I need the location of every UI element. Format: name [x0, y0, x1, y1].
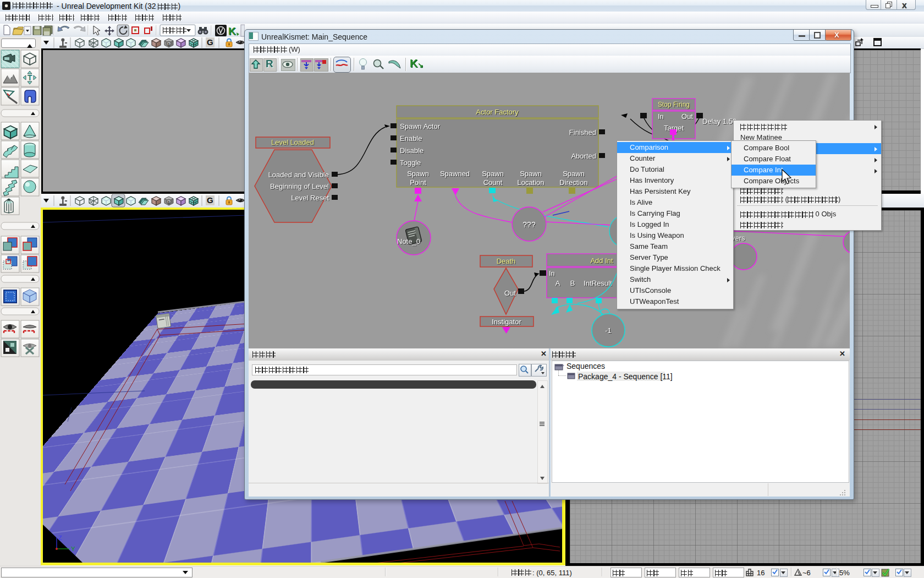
- svg-text:Level Reset: Level Reset: [291, 194, 329, 202]
- svg-text:Direction: Direction: [559, 178, 587, 187]
- svg-text:Z: Z: [58, 535, 62, 541]
- svg-text:Add Int: Add Int: [590, 257, 613, 265]
- svg-text:Spawn: Spawn: [482, 170, 504, 178]
- svg-text:Count: Count: [483, 178, 503, 187]
- svg-text:Out: Out: [681, 112, 693, 121]
- svg-text:T: T: [28, 73, 32, 82]
- svg-text:Disable: Disable: [400, 146, 424, 155]
- svg-text:Spawn Actor: Spawn Actor: [400, 122, 441, 130]
- svg-text:Finished: Finished: [569, 128, 596, 137]
- svg-text:IntResult: IntResult: [584, 279, 612, 287]
- svg-text:Spawned: Spawned: [440, 170, 470, 178]
- svg-text:A: A: [556, 279, 560, 287]
- svg-text:Spawn: Spawn: [520, 170, 542, 178]
- svg-text:B: B: [570, 279, 575, 287]
- svg-text:Y: Y: [71, 546, 75, 552]
- svg-text:-1: -1: [605, 326, 612, 335]
- svg-text:In: In: [549, 269, 555, 277]
- svg-text:In: In: [658, 112, 664, 121]
- svg-text:Stop Firing: Stop Firing: [658, 101, 690, 108]
- svg-text:Location: Location: [517, 178, 544, 187]
- svg-text:Loaded and Visible: Loaded and Visible: [268, 171, 329, 179]
- svg-text:K: K: [228, 25, 236, 37]
- svg-text:Actor Factory: Actor Factory: [476, 108, 519, 116]
- svg-text:Delay 1.50: Delay 1.50: [702, 117, 736, 126]
- svg-text:Point: Point: [410, 178, 426, 187]
- svg-text:Death: Death: [497, 257, 516, 265]
- svg-text:Beginning of Level: Beginning of Level: [270, 182, 329, 190]
- svg-text:Spawn: Spawn: [407, 170, 429, 178]
- svg-text:Out: Out: [504, 289, 516, 297]
- svg-text:Toggle: Toggle: [400, 159, 421, 167]
- svg-text:Level Loaded: Level Loaded: [271, 138, 314, 146]
- svg-text:???: ???: [522, 220, 536, 229]
- svg-text:Note_0: Note_0: [397, 237, 420, 246]
- svg-text:Aborted: Aborted: [571, 152, 596, 160]
- svg-text:Spawn: Spawn: [563, 170, 585, 178]
- svg-text:Enable: Enable: [400, 134, 422, 143]
- svg-text:Instigator: Instigator: [492, 318, 521, 326]
